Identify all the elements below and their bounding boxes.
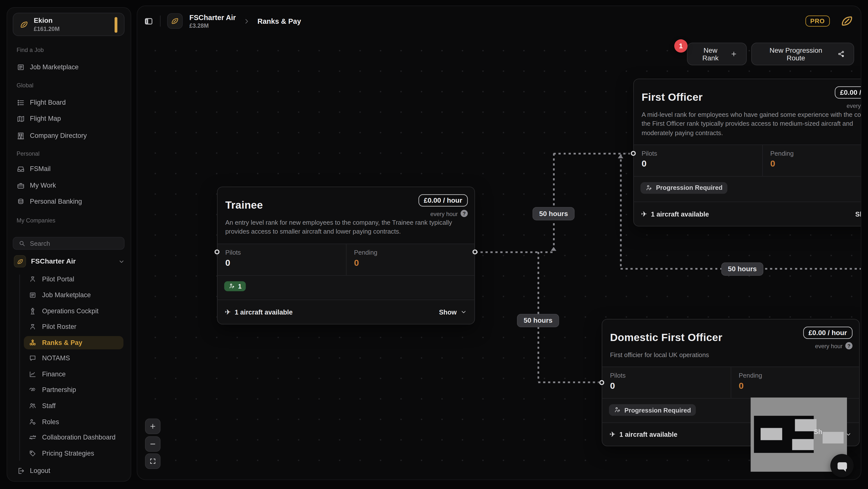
app-root: Ekion £161.20M Find a Job Job Marketplac… — [0, 0, 868, 489]
fscharter-logo-tile — [14, 255, 26, 267]
fit-view-button[interactable] — [145, 453, 161, 469]
profile-card[interactable]: Ekion £161.20M — [12, 12, 124, 36]
chevron-down-icon[interactable] — [118, 257, 125, 265]
share-plus-icon — [837, 50, 845, 58]
edge-to-first-officer-horizontal — [554, 153, 630, 154]
pending-label: Pending — [770, 150, 861, 157]
aircraft-available-text: 1 aircraft available — [619, 431, 677, 438]
section-global: Global — [17, 82, 33, 89]
list-icon — [17, 98, 25, 106]
edge-trainee-horizontal — [475, 251, 554, 253]
subnav-partnership[interactable]: Partnership — [29, 383, 125, 396]
logout-button[interactable]: Logout — [17, 464, 126, 477]
connector-first-officer-left[interactable] — [631, 151, 636, 156]
new-rank-button[interactable]: New Rank — [687, 42, 747, 65]
rank-description: An entry level rank for new employees to… — [217, 213, 474, 244]
subnav-job-marketplace[interactable]: Job Marketplace — [29, 288, 125, 302]
aircraft-available-text: 1 aircraft available — [235, 308, 292, 316]
company-nav-fscharter-air[interactable]: FSCharter Air — [14, 254, 125, 269]
sidebar-item-flight-board[interactable]: Flight Board — [17, 96, 126, 109]
rank-card-first-officer[interactable]: First Officer £0.00 / hour every hour ? … — [633, 79, 861, 226]
subnav-pricing-strategies[interactable]: Pricing Strategies — [29, 447, 125, 460]
pilots-value: 0 — [642, 159, 754, 169]
redacted-block — [792, 439, 813, 450]
pending-label: Pending — [354, 249, 467, 256]
pilot-up-icon — [646, 184, 653, 191]
page-header: FSCharter Air £3.28M Ranks & Pay PRO — [137, 6, 861, 36]
connector-domestic-left[interactable] — [599, 380, 604, 385]
connector-trainee-left[interactable] — [215, 249, 219, 254]
pending-value: 0 — [739, 381, 851, 391]
show-aircraft-toggle[interactable]: Show — [856, 210, 861, 218]
section-my-companies: My Companies — [17, 217, 55, 224]
rank-title: First Officer — [642, 91, 861, 103]
show-aircraft-toggle[interactable]: Show — [439, 308, 467, 316]
search-icon — [18, 240, 26, 247]
sidebar: Ekion £161.20M Find a Job Job Marketplac… — [7, 7, 131, 482]
breadcrumb-company[interactable]: FSCharter Air £3.28M — [189, 13, 236, 29]
subnav-pilot-roster[interactable]: Pilot Roster — [29, 320, 125, 333]
chart-icon — [29, 370, 36, 378]
chat-launcher-button[interactable] — [830, 454, 854, 477]
rank-card-trainee[interactable]: Trainee £0.00 / hour every hour ? An ent… — [217, 187, 475, 325]
search-input[interactable] — [30, 240, 119, 247]
pilot-count-badge[interactable]: 1 — [224, 281, 246, 291]
subnav-collaboration-dashboard[interactable]: Collaboration Dashboard — [29, 431, 125, 444]
newspaper-icon — [29, 291, 36, 299]
podium-star-icon — [29, 339, 36, 346]
coins-icon — [17, 197, 25, 206]
subnav-finance[interactable]: Finance — [29, 368, 125, 381]
pilots-label: Pilots — [225, 249, 338, 256]
pilot-icon — [29, 275, 36, 283]
redacted-block — [795, 419, 816, 431]
redacted-block — [761, 428, 782, 440]
edge-trainee-to-first-officer-vertical — [553, 153, 555, 252]
edge-label-50-hours[interactable]: 50 hours — [721, 262, 763, 276]
zoom-out-button[interactable] — [145, 436, 161, 452]
progression-required-badge: Progression Required — [609, 404, 696, 416]
subnav-roles[interactable]: Roles — [29, 415, 125, 429]
subnav-staff[interactable]: Staff — [29, 399, 125, 412]
sidebar-item-company-directory[interactable]: Company Directory — [17, 129, 126, 142]
page-title: Ranks & Pay — [257, 17, 301, 25]
sidebar-item-flight-map[interactable]: Flight Map — [17, 112, 126, 125]
sidebar-item-my-work[interactable]: My Work — [17, 179, 126, 192]
expand-icon — [149, 457, 157, 465]
subnav-ranks-and-pay[interactable]: Ranks & Pay — [29, 336, 125, 349]
subnav-guide-line — [19, 275, 20, 461]
pending-value: 0 — [770, 159, 861, 169]
map-icon — [17, 114, 25, 123]
plane-icon: ✈ — [225, 308, 230, 316]
show-label-fragment: Sh — [814, 428, 822, 435]
header-divider — [160, 16, 161, 27]
edge-label-50-hours[interactable]: 50 hours — [532, 207, 575, 220]
app-logo-leaf-icon — [840, 14, 854, 28]
help-icon[interactable]: ? — [461, 210, 468, 217]
help-icon[interactable]: ? — [845, 342, 852, 349]
swap-arrows-icon — [29, 434, 36, 441]
pilots-label: Pilots — [642, 150, 754, 157]
logout-icon — [17, 466, 25, 475]
edge-label-50-hours[interactable]: 50 hours — [517, 314, 559, 327]
subnav-pilot-portal[interactable]: Pilot Portal — [29, 272, 125, 286]
price-tag-icon — [29, 450, 36, 457]
zoom-in-button[interactable] — [145, 419, 161, 434]
breadcrumb-company-logo[interactable] — [167, 13, 183, 29]
pilot-up-icon — [614, 406, 621, 414]
edge-arrow-up — [618, 154, 623, 158]
pending-label: Pending — [739, 372, 851, 379]
pilot-icon — [229, 283, 235, 289]
pro-badge[interactable]: PRO — [805, 16, 830, 27]
subnav-notams[interactable]: NOTAMS — [29, 352, 125, 365]
handshake-icon — [29, 386, 36, 394]
new-progression-route-button[interactable]: New Progression Route — [751, 42, 854, 65]
subnav-operations-cockpit[interactable]: Operations Cockpit — [29, 304, 125, 318]
rank-graph-canvas[interactable]: 1 New Rank New Progression Route 50 hour… — [137, 36, 861, 479]
sidebar-item-personal-banking[interactable]: Personal Banking — [17, 195, 126, 208]
sidebar-item-job-marketplace[interactable]: Job Marketplace — [17, 60, 126, 74]
briefcase-icon — [17, 181, 25, 190]
connector-trainee-right[interactable] — [472, 249, 477, 254]
sidebar-item-fsmail[interactable]: FSMail — [17, 162, 126, 176]
chat-bubble-icon — [837, 462, 847, 469]
sidebar-toggle-icon[interactable] — [144, 16, 153, 26]
